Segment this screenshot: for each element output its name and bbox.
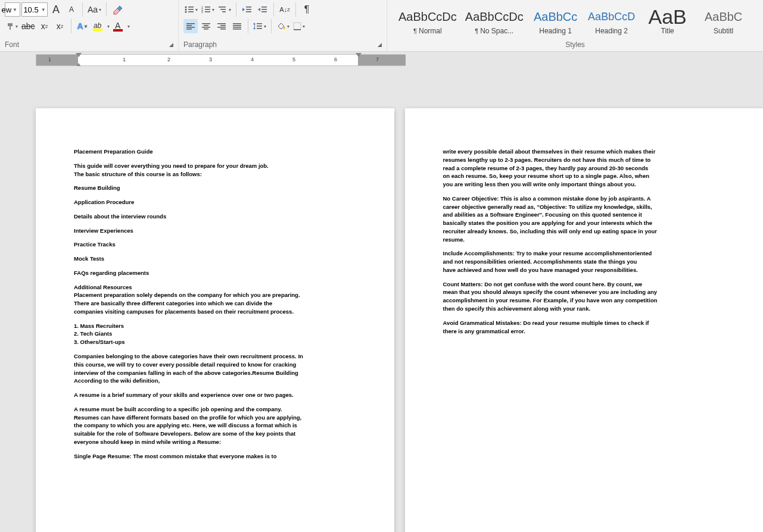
font-size-combo[interactable]: 10.5▼ (21, 2, 48, 17)
svg-rect-41 (257, 26, 262, 27)
svg-rect-20 (261, 7, 267, 8)
style-heading2[interactable]: AaBbCcD Heading 2 (586, 4, 637, 38)
indent-icon (258, 5, 267, 14)
svg-point-4 (185, 9, 187, 11)
paint-bucket-icon (276, 22, 286, 30)
svg-rect-21 (261, 9, 267, 10)
right-indent-marker[interactable] (356, 53, 362, 57)
justify-button[interactable] (230, 19, 244, 33)
shading-button[interactable]: ▾ (275, 19, 291, 33)
svg-rect-11 (205, 9, 210, 10)
svg-rect-16 (222, 11, 226, 12)
svg-rect-30 (204, 29, 208, 30)
font-group: ew▼ 10.5▼ A A Aa▾ ▾ abc x2 x2 A▾ ab ▾ A … (0, 0, 179, 51)
svg-rect-36 (233, 25, 241, 26)
svg-rect-26 (186, 29, 192, 30)
svg-text:3: 3 (201, 10, 203, 14)
line-spacing-button[interactable]: ▾ (252, 19, 267, 33)
styles-gallery: AaBbCcDc ¶Normal AaBbCcDc ¶No Spac... Aa… (392, 2, 758, 39)
shrink-font-button[interactable]: A (64, 2, 79, 17)
line-spacing-icon (253, 22, 263, 30)
align-left-button[interactable] (183, 19, 198, 33)
first-line-indent-marker[interactable] (76, 53, 82, 57)
grow-font-button[interactable]: A (49, 2, 63, 17)
style-subtitle[interactable]: AaBbC Subtitl (698, 4, 749, 38)
svg-rect-24 (186, 25, 192, 26)
align-right-icon (217, 23, 226, 30)
svg-rect-37 (233, 27, 241, 28)
subscript-button[interactable]: x2 (38, 19, 52, 33)
font-color-button[interactable]: A (111, 19, 125, 33)
svg-rect-5 (188, 9, 194, 10)
svg-rect-38 (233, 29, 241, 30)
font-dialog-launcher[interactable]: ◢ (169, 42, 173, 48)
text-effects-button[interactable]: A▾ (75, 19, 89, 33)
svg-rect-0 (8, 23, 13, 26)
paragraph-dialog-launcher[interactable]: ◢ (378, 42, 382, 48)
style-heading1[interactable]: AaBbCc Heading 1 (530, 4, 581, 38)
svg-rect-3 (188, 7, 194, 8)
justify-icon (233, 23, 241, 30)
numbering-button[interactable]: 123▾ (200, 2, 216, 17)
svg-rect-33 (217, 27, 226, 28)
font-group-label: Font (5, 40, 19, 49)
highlight-color-button[interactable]: ab (91, 19, 105, 33)
superscript-button[interactable]: x2 (53, 19, 67, 33)
svg-rect-34 (220, 29, 226, 30)
sort-button[interactable]: A↓Z (278, 2, 292, 17)
svg-rect-35 (233, 23, 241, 24)
svg-rect-28 (204, 25, 208, 26)
multilevel-list-button[interactable]: ▾ (217, 2, 232, 17)
svg-rect-13 (205, 11, 210, 12)
borders-icon (293, 22, 301, 30)
svg-rect-32 (220, 25, 226, 26)
style-title[interactable]: AaB Title (642, 4, 693, 38)
svg-rect-27 (202, 23, 210, 24)
paragraph-group-label: Paragraph (183, 40, 217, 49)
paragraph-group: ▾ 123▾ ▾ A↓Z ¶ ▾ ▾ ▾ Paragraph◢ (179, 0, 387, 51)
svg-rect-22 (261, 11, 267, 12)
style-normal[interactable]: AaBbCcDc ¶Normal (397, 4, 459, 38)
font-name-combo[interactable]: ew▼ (5, 2, 20, 17)
svg-rect-19 (246, 11, 251, 12)
svg-rect-44 (294, 23, 301, 30)
outdent-icon (242, 5, 252, 14)
bullets-button[interactable]: ▾ (183, 2, 199, 17)
svg-rect-18 (246, 9, 251, 10)
brush-icon (6, 22, 14, 30)
svg-rect-40 (257, 23, 262, 24)
align-center-button[interactable] (199, 19, 213, 33)
increase-indent-button[interactable] (256, 2, 270, 17)
format-painter-split[interactable]: ▾ (5, 19, 19, 33)
svg-rect-45 (294, 29, 301, 30)
svg-rect-29 (202, 27, 210, 28)
strikethrough-button[interactable]: abc (20, 19, 36, 33)
borders-button[interactable]: ▾ (292, 19, 306, 33)
svg-rect-25 (186, 27, 195, 28)
svg-rect-23 (186, 23, 195, 24)
svg-point-43 (283, 27, 285, 29)
decrease-indent-button[interactable] (240, 2, 254, 17)
hanging-indent-marker[interactable] (76, 63, 82, 66)
svg-rect-9 (205, 7, 210, 8)
style-no-spacing[interactable]: AaBbCcDc ¶No Spac... (463, 4, 525, 38)
align-left-icon (186, 23, 195, 30)
svg-point-6 (185, 11, 187, 13)
svg-rect-15 (220, 9, 226, 10)
ribbon: ew▼ 10.5▼ A A Aa▾ ▾ abc x2 x2 A▾ ab ▾ A … (0, 0, 763, 52)
align-right-button[interactable] (214, 19, 229, 33)
bullets-icon (185, 5, 194, 14)
svg-rect-39 (254, 24, 255, 29)
svg-rect-1 (10, 26, 11, 30)
clear-formatting-button[interactable] (110, 2, 124, 17)
svg-rect-31 (217, 23, 226, 24)
multilevel-icon (218, 5, 228, 14)
svg-rect-17 (246, 7, 251, 8)
horizontal-ruler[interactable]: 1 1 2 3 4 5 6 7 (36, 54, 405, 66)
show-marks-button[interactable]: ¶ (300, 2, 314, 17)
ruler-area: 1 1 2 3 4 5 6 7 (0, 52, 763, 66)
eraser-icon (112, 4, 123, 15)
change-case-button[interactable]: Aa▾ (86, 2, 102, 17)
align-center-icon (202, 23, 210, 30)
svg-rect-7 (188, 11, 194, 12)
